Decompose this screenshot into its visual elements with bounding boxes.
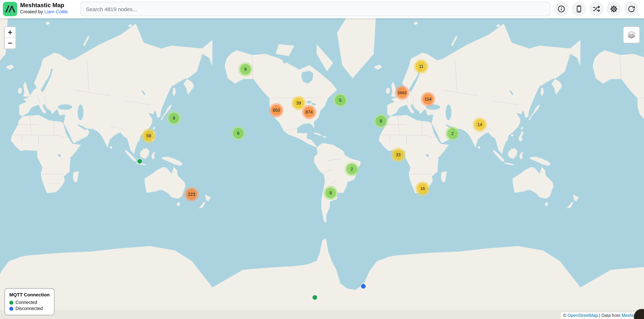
page-subtitle: Created by Liam Cottle: [20, 9, 68, 15]
legend-item-disconnected: Disconnected: [9, 306, 50, 311]
cluster-inner-circle: 2693: [397, 87, 408, 98]
node-cluster-marker[interactable]: 11: [414, 59, 428, 74]
mqtt-legend: MQTT Connection Connected Disconnected: [4, 288, 54, 316]
node-cluster-marker[interactable]: 6: [231, 126, 246, 140]
node-cluster-marker[interactable]: 5: [333, 93, 348, 107]
cluster-count-label: 650: [273, 108, 280, 113]
info-button[interactable]: [554, 2, 568, 16]
cluster-count-label: 39: [296, 101, 301, 106]
cluster-inner-circle: 39: [293, 98, 304, 108]
world-map[interactable]: 911269315439565087481492586332816223 + −…: [0, 18, 644, 319]
attribution-copyright: ©: [563, 313, 568, 318]
node-cluster-marker[interactable]: 2: [445, 126, 460, 141]
cluster-inner-circle: 5: [335, 95, 346, 106]
mobile-app-button[interactable]: [572, 2, 586, 16]
meshtastic-logo[interactable]: [3, 2, 17, 16]
brand-block: Meshtastic Map Created by Liam Cottle: [20, 2, 68, 15]
attribution-separator: | Data from: [598, 313, 622, 318]
header-bar: Meshtastic Map Created by Liam Cottle: [0, 0, 644, 18]
node-cluster-marker[interactable]: 58: [142, 129, 156, 143]
cluster-count-label: 16: [420, 186, 425, 191]
cluster-count-label: 14: [478, 122, 482, 127]
refresh-icon: [628, 5, 636, 13]
cluster-count-label: 223: [188, 192, 195, 197]
legend-title: MQTT Connection: [9, 292, 50, 298]
node-cluster-marker[interactable]: 874: [302, 105, 316, 119]
page-title: Meshtastic Map: [20, 2, 68, 9]
cluster-count-label: 154: [424, 97, 432, 102]
node-cluster-marker[interactable]: 8: [374, 114, 388, 128]
cluster-count-label: 874: [306, 110, 313, 115]
legend-item-label: Connected: [16, 300, 37, 305]
cluster-inner-circle: 874: [304, 107, 314, 117]
cluster-count-label: 2693: [398, 90, 407, 95]
node-cluster-marker[interactable]: 9: [238, 62, 253, 76]
map-tiles: [0, 18, 644, 319]
cluster-inner-circle: 6: [233, 128, 244, 139]
cluster-inner-circle: 2: [346, 164, 357, 175]
node-cluster-marker[interactable]: 650: [269, 103, 284, 117]
subtitle-prefix: Created by: [20, 9, 44, 14]
search-input[interactable]: [80, 2, 550, 16]
cluster-inner-circle: 8: [325, 188, 336, 198]
zoom-control: + −: [4, 26, 16, 49]
zoom-out-button[interactable]: −: [5, 38, 16, 48]
disconnected-dot-icon: [9, 307, 13, 311]
node-cluster-marker[interactable]: 16: [416, 181, 430, 196]
cluster-count-label: 6: [237, 131, 239, 136]
map-attribution: © OpenStreetMap | Data from Meshtastic: [561, 312, 644, 319]
cluster-inner-circle: 16: [417, 183, 428, 194]
cluster-count-label: 33: [396, 152, 401, 157]
cluster-inner-circle: 2: [447, 128, 458, 139]
meshtastic-map-app: Meshtastic Map Created by Liam Cottle: [0, 0, 644, 319]
shuffle-icon: [592, 5, 600, 13]
cluster-count-label: 2: [451, 131, 454, 136]
legend-item-connected: Connected: [9, 300, 50, 305]
refresh-button[interactable]: [624, 2, 638, 16]
osm-link[interactable]: OpenStreetMap: [568, 313, 598, 318]
cluster-inner-circle: 11: [416, 61, 426, 72]
cluster-inner-circle: 14: [474, 119, 485, 130]
cluster-inner-circle: 650: [271, 105, 282, 116]
cluster-count-label: 11: [419, 64, 424, 69]
node-cluster-marker[interactable]: 33: [391, 148, 406, 162]
random-node-button[interactable]: [590, 2, 604, 16]
smartphone-icon: [575, 5, 583, 13]
node-marker-connected[interactable]: [312, 295, 318, 300]
cluster-inner-circle: 154: [422, 94, 434, 104]
info-icon: [558, 5, 565, 13]
layers-icon: [626, 30, 636, 40]
cluster-inner-circle: 8: [376, 116, 386, 126]
cluster-count-label: 9: [244, 67, 246, 72]
cluster-count-label: 8: [329, 190, 332, 195]
cluster-count-label: 2: [350, 167, 353, 172]
cluster-inner-circle: 223: [186, 189, 197, 200]
gear-icon: [610, 5, 618, 13]
settings-button[interactable]: [606, 2, 621, 16]
node-cluster-marker[interactable]: 223: [184, 187, 199, 202]
cluster-count-label: 5: [339, 98, 342, 103]
author-link[interactable]: Liam Cottle: [44, 9, 68, 14]
cluster-count-label: 8: [380, 119, 382, 124]
node-cluster-marker[interactable]: 9: [167, 111, 181, 125]
node-cluster-marker[interactable]: 8: [324, 186, 338, 200]
node-cluster-marker[interactable]: 2693: [395, 85, 409, 100]
connected-dot-icon: [9, 301, 13, 305]
cluster-count-label: 9: [173, 116, 175, 121]
node-cluster-marker[interactable]: 14: [472, 117, 487, 132]
meshtastic-logo-icon: [3, 2, 17, 16]
node-marker-disconnected[interactable]: [361, 284, 366, 289]
cluster-inner-circle: 9: [168, 113, 179, 124]
node-cluster-marker[interactable]: 2: [345, 162, 359, 176]
layers-control[interactable]: [623, 26, 640, 43]
legend-item-label: Disconnected: [16, 306, 43, 311]
node-cluster-marker[interactable]: 154: [421, 92, 435, 106]
cluster-inner-circle: 58: [144, 130, 154, 141]
cluster-count-label: 58: [146, 133, 151, 138]
cluster-inner-circle: 9: [240, 64, 251, 75]
zoom-in-button[interactable]: +: [5, 27, 16, 38]
node-marker-connected[interactable]: [137, 159, 142, 164]
cluster-inner-circle: 33: [393, 149, 404, 160]
